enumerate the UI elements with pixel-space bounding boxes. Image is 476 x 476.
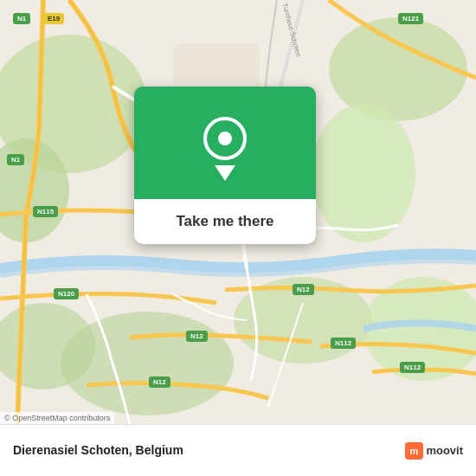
road-badge-n121: N121 bbox=[398, 13, 423, 24]
moovit-icon: m bbox=[405, 442, 424, 460]
pin-circle bbox=[203, 117, 247, 160]
pin-tail bbox=[215, 165, 235, 181]
road-badge-e19: E19 bbox=[43, 13, 64, 24]
map-container: N1 E19 N121 N1 N115 N120 N12 N12 N12 N11… bbox=[0, 0, 476, 424]
location-pin bbox=[203, 117, 247, 169]
popup-card-icon-area bbox=[134, 87, 316, 199]
svg-point-4 bbox=[312, 104, 415, 242]
road-badge-n12-3: N12 bbox=[149, 376, 170, 388]
road-badge-n1-top: N1 bbox=[13, 13, 30, 24]
take-me-there-button[interactable]: Take me there bbox=[134, 209, 316, 234]
road-badge-n12-2: N12 bbox=[186, 331, 208, 342]
road-badge-n112-1: N112 bbox=[331, 338, 356, 349]
road-badge-n115: N115 bbox=[33, 206, 58, 217]
road-badge-n112-2: N112 bbox=[400, 362, 425, 373]
moovit-text: moovit bbox=[426, 444, 463, 457]
map-attribution: © OpenStreetMap contributors bbox=[0, 412, 114, 424]
pin-inner-dot bbox=[218, 132, 232, 145]
road-badge-n120: N120 bbox=[54, 288, 79, 299]
location-title: Dierenasiel Schoten, Belgium bbox=[13, 443, 463, 457]
popup-card-bottom: Take me there bbox=[134, 199, 316, 244]
road-badge-n1-mid: N1 bbox=[7, 154, 24, 165]
popup-card[interactable]: Take me there bbox=[134, 87, 316, 244]
moovit-logo: m moovit bbox=[405, 442, 463, 460]
svg-point-3 bbox=[329, 17, 467, 121]
bottom-bar: Dierenasiel Schoten, Belgium m moovit bbox=[0, 424, 476, 476]
road-badge-n12-1: N12 bbox=[293, 284, 314, 295]
